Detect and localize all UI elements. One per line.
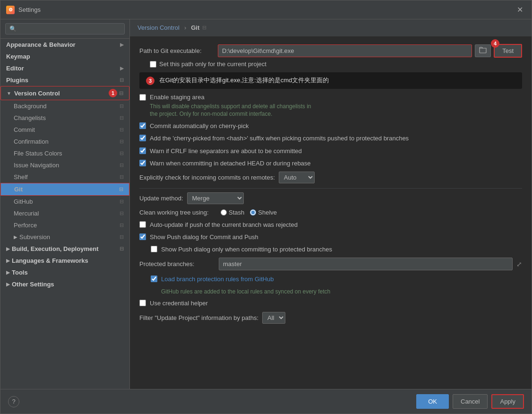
settings-icon: ⊟ <box>120 115 124 121</box>
sidebar-item-label: Background <box>14 103 46 110</box>
sidebar-item-plugins[interactable]: Plugins ⊟ <box>0 74 129 86</box>
sidebar-item-appearance[interactable]: Appearance & Behavior ▶ <box>0 39 129 51</box>
warn-crlf-label: Warn if CRLF line separators are about t… <box>150 147 302 155</box>
sidebar-item-label: Version Control <box>14 90 60 97</box>
use-credential-checkbox[interactable] <box>139 300 146 306</box>
incoming-select[interactable]: Auto Always Never <box>279 172 315 183</box>
bottom-bar: ? OK Cancel Apply <box>0 389 532 414</box>
sidebar-item-shelf[interactable]: Shelf ⊟ <box>0 171 129 183</box>
sidebar-item-github[interactable]: GitHub ⊟ <box>0 196 129 207</box>
settings-icon: ⊟ <box>120 174 124 180</box>
sidebar-item-git[interactable]: Git ⊟ <box>0 183 129 196</box>
filter-label: Filter "Update Project" information by p… <box>139 314 258 321</box>
sidebar-item-subversion[interactable]: ▶ Subversion ⊟ <box>0 231 129 243</box>
sidebar-item-label: Mercurial <box>14 210 39 217</box>
breadcrumb-parent: Version Control <box>137 24 180 31</box>
app-icon: ⚙ <box>6 6 15 14</box>
filter-select[interactable]: All <box>262 312 285 324</box>
enable-staging-checkbox[interactable] <box>139 94 146 101</box>
sidebar-item-issue-navigation[interactable]: Issue Navigation ⊟ <box>0 159 129 171</box>
load-branch-checkbox[interactable] <box>151 276 157 282</box>
right-panel: Version Control › Git ⊟ Path to Git exec… <box>130 19 532 389</box>
cherry-pick-suffix-label: Add the 'cherry-picked from <hash>' suff… <box>150 134 409 143</box>
settings-icon: ⊟ <box>120 138 124 145</box>
tooltip-text: 在Git的安装目录中选择git.exe,注意:选择的是cmd文件夹里面的 <box>159 77 329 84</box>
ok-button[interactable]: OK <box>416 394 449 409</box>
version-control-badge: 1 <box>109 89 117 97</box>
settings-icon: ⊟ <box>120 103 124 109</box>
warn-crlf-checkbox[interactable] <box>139 147 146 154</box>
clean-tree-label: Clean working tree using: <box>139 209 215 216</box>
sidebar-item-label: Languages & Frameworks <box>12 257 88 264</box>
sidebar-item-mercurial[interactable]: Mercurial ⊟ <box>0 207 129 219</box>
sidebar-item-label: Build, Execution, Deployment <box>12 245 98 252</box>
sidebar-item-label: Tools <box>12 269 28 276</box>
help-button[interactable]: ? <box>8 396 19 407</box>
auto-update-row: Auto-update if push of the current branc… <box>139 221 522 229</box>
folder-button[interactable] <box>475 44 491 57</box>
sidebar-item-file-status-colors[interactable]: File Status Colors ⊟ <box>0 147 129 159</box>
show-push-only-checkbox[interactable] <box>151 246 157 252</box>
sidebar-item-tools[interactable]: ▶ Tools <box>0 267 129 278</box>
load-branch-hint: GitHub rules are added to the local rule… <box>139 288 522 296</box>
radio-shelve-label: Shelve <box>258 209 277 216</box>
enable-staging-row: Enable staging area <box>139 94 522 101</box>
show-push-row: Show Push dialog for Commit and Push <box>139 233 522 242</box>
show-push-label: Show Push dialog for Commit and Push <box>150 233 258 242</box>
sidebar-item-languages[interactable]: ▶ Languages & Frameworks <box>0 255 129 267</box>
search-box <box>0 19 129 39</box>
warn-detached-checkbox[interactable] <box>139 160 146 166</box>
sidebar-item-perforce[interactable]: Perforce ⊟ <box>0 219 129 231</box>
settings-icon: ⊟ <box>120 246 124 252</box>
radio-stash-label: Stash <box>229 209 244 216</box>
test-button-container: 4 Test <box>494 44 522 58</box>
breadcrumb-current: Git <box>191 24 199 31</box>
tooltip-badge: 3 <box>146 77 154 85</box>
apply-button[interactable]: Apply <box>491 394 524 409</box>
sidebar-item-editor[interactable]: Editor ▶ <box>0 62 129 74</box>
path-label: Path to Git executable: <box>139 47 215 54</box>
sidebar-item-label: Shelf <box>14 173 28 181</box>
sidebar-item-commit[interactable]: Commit ⊟ <box>0 124 129 136</box>
expand-icon: ▶ <box>120 42 124 47</box>
sidebar-item-build[interactable]: ▶ Build, Execution, Deployment ⊟ <box>0 243 129 255</box>
expand-protected-button[interactable]: ⤢ <box>516 260 522 268</box>
settings-icon: ⊟ <box>120 234 124 240</box>
cherry-pick-row: Commit automatically on cherry-pick <box>139 122 522 130</box>
search-input[interactable] <box>5 23 125 34</box>
panel-body: Path to Git executable: 4 Test <box>130 36 532 389</box>
settings-icon: ⊟ <box>120 77 124 83</box>
show-push-only-row: Show Push dialog only when committing to… <box>139 245 522 254</box>
show-push-checkbox[interactable] <box>139 233 146 240</box>
close-button[interactable]: ✕ <box>514 4 526 15</box>
update-method-select[interactable]: Merge Rebase Branch Default <box>187 192 244 204</box>
sidebar-item-label: File Status Colors <box>14 150 62 157</box>
sidebar-item-other[interactable]: ▶ Other Settings <box>0 278 129 290</box>
cancel-button[interactable]: Cancel <box>453 394 488 409</box>
auto-update-checkbox[interactable] <box>139 221 146 228</box>
settings-icon: ⊟ <box>120 210 124 216</box>
radio-shelve[interactable] <box>250 209 256 216</box>
cherry-pick-suffix-row: Add the 'cherry-picked from <hash>' suff… <box>139 134 522 143</box>
panel-settings-icon: ⊟ <box>202 25 206 31</box>
sidebar-item-background[interactable]: Background ⊟ <box>0 100 129 112</box>
sidebar-item-label: Git <box>14 186 23 193</box>
cherry-pick-suffix-checkbox[interactable] <box>139 135 146 141</box>
sidebar-item-label: GitHub <box>14 198 33 205</box>
sidebar-item-label: Perforce <box>14 222 37 229</box>
sidebar-item-confirmation[interactable]: Confirmation ⊟ <box>0 136 129 147</box>
load-branch-label: Load branch protection rules from GitHub <box>161 275 274 284</box>
radio-stash-option: Stash <box>221 209 244 216</box>
path-input[interactable] <box>218 44 472 57</box>
set-path-checkbox[interactable] <box>150 61 156 68</box>
cherry-pick-checkbox[interactable] <box>139 122 146 129</box>
sidebar-item-version-control[interactable]: ▼ Version Control 1 ⊟ <box>0 86 129 100</box>
settings-icon: ⊟ <box>120 127 124 133</box>
set-path-row: Set this path only for the current proje… <box>139 60 522 68</box>
radio-stash[interactable] <box>221 209 227 216</box>
set-path-label: Set this path only for the current proje… <box>159 60 266 68</box>
sidebar-item-keymap[interactable]: Keymap <box>0 51 129 62</box>
enable-staging-label: Enable staging area <box>150 94 205 101</box>
sidebar-item-changelists[interactable]: Changelists ⊟ <box>0 112 129 124</box>
protected-branches-input[interactable] <box>219 258 513 270</box>
